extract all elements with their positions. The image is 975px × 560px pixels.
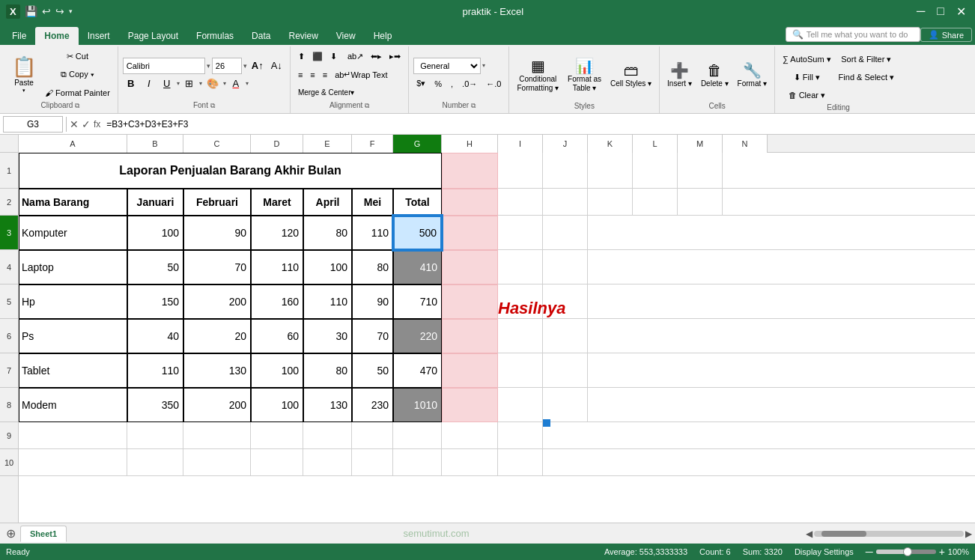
cancel-formula-icon[interactable]: ✕ xyxy=(70,118,79,130)
h-scrollbar-track[interactable] xyxy=(814,531,964,537)
align-center-button[interactable]: ≡ xyxy=(307,67,318,83)
share-button[interactable]: 👤 Share xyxy=(920,28,972,42)
cell-D10[interactable] xyxy=(251,449,303,476)
cell-I7[interactable] xyxy=(498,353,543,388)
cell-D8[interactable]: 100 xyxy=(251,388,303,422)
cell-E3[interactable]: 80 xyxy=(303,216,352,250)
cell-E10[interactable] xyxy=(303,449,352,476)
cell-J6[interactable] xyxy=(543,319,588,353)
cell-J3[interactable] xyxy=(543,216,588,250)
cell-I1[interactable] xyxy=(498,153,543,189)
tab-view[interactable]: View xyxy=(327,27,365,45)
cell-H2[interactable] xyxy=(442,189,498,216)
col-header-I[interactable]: I xyxy=(498,135,543,153)
cell-D6[interactable]: 60 xyxy=(251,319,303,353)
row-num-6[interactable]: 6 xyxy=(0,319,18,353)
cell-J5[interactable] xyxy=(543,284,588,319)
cell-F6[interactable]: 70 xyxy=(352,319,393,353)
cell-H3[interactable] xyxy=(442,216,498,250)
conditional-formatting-button[interactable]: ▦ Conditional Formatting ▾ xyxy=(514,55,562,94)
cell-J1[interactable] xyxy=(543,153,588,189)
cell-C8[interactable]: 200 xyxy=(183,388,251,422)
cell-A10[interactable] xyxy=(19,449,127,476)
tab-formulas[interactable]: Formulas xyxy=(187,27,243,45)
add-sheet-button[interactable]: ⊕ xyxy=(3,526,19,541)
cell-B3[interactable]: 100 xyxy=(127,216,183,250)
row-num-9[interactable]: 9 xyxy=(0,422,18,449)
format-painter-button[interactable]: 🖌 Format Painter xyxy=(42,85,113,101)
tab-review[interactable]: Review xyxy=(279,27,326,45)
cell-F9[interactable] xyxy=(352,422,393,449)
cell-L1[interactable] xyxy=(633,153,678,189)
underline-button[interactable]: U xyxy=(159,76,175,92)
col-header-A[interactable]: A xyxy=(19,135,127,153)
comma-button[interactable]: , xyxy=(448,76,456,92)
format-button[interactable]: 🔧 Format ▾ xyxy=(735,55,770,94)
font-size-input[interactable] xyxy=(212,58,242,74)
percent-button[interactable]: % xyxy=(431,76,445,92)
cell-G9[interactable] xyxy=(393,422,442,449)
zoom-in-button[interactable]: + xyxy=(939,546,945,558)
close-icon[interactable]: ✕ xyxy=(953,4,969,19)
col-header-M[interactable]: M xyxy=(678,135,723,153)
confirm-formula-icon[interactable]: ✓ xyxy=(82,118,91,130)
cell-styles-button[interactable]: 🗃 Cell Styles ▾ xyxy=(607,55,654,94)
col-header-N[interactable]: N xyxy=(723,135,768,153)
cell-I2[interactable] xyxy=(498,189,543,216)
fill-color-button[interactable]: 🎨 xyxy=(204,76,222,92)
cell-G4[interactable]: 410 xyxy=(393,250,442,284)
wrap-text-button[interactable]: ab↵ Wrap Text xyxy=(332,67,390,83)
cell-M1[interactable] xyxy=(678,153,723,189)
col-header-E[interactable]: E xyxy=(303,135,352,153)
cell-F2[interactable]: Mei xyxy=(352,189,393,216)
cell-B7[interactable]: 110 xyxy=(127,353,183,388)
align-left-button[interactable]: ≡ xyxy=(295,67,306,83)
tab-insert[interactable]: Insert xyxy=(79,27,119,45)
cell-C3[interactable]: 90 xyxy=(183,216,251,250)
cell-J2[interactable] xyxy=(543,189,588,216)
cell-A1[interactable]: Laporan Penjualan Barang Akhir Bulan xyxy=(19,153,442,189)
tab-home[interactable]: Home xyxy=(35,27,78,45)
redo-icon[interactable]: ↪ xyxy=(55,5,64,17)
cell-F7[interactable]: 50 xyxy=(352,353,393,388)
col-header-K[interactable]: K xyxy=(588,135,633,153)
cell-K1[interactable] xyxy=(588,153,633,189)
cell-I8[interactable] xyxy=(498,388,543,422)
autosum-button[interactable]: ∑ AutoSum ▾ xyxy=(780,51,834,67)
cell-H4[interactable] xyxy=(442,250,498,284)
cell-E4[interactable]: 100 xyxy=(303,250,352,284)
save-icon[interactable]: 💾 xyxy=(25,5,37,17)
sort-filter-button[interactable]: Sort & Filter ▾ xyxy=(836,51,897,67)
insert-function-icon[interactable]: fx xyxy=(94,119,100,130)
clear-button[interactable]: 🗑 Clear ▾ xyxy=(780,87,834,103)
minimize-icon[interactable]: ─ xyxy=(914,4,928,18)
find-select-button[interactable]: Find & Select ▾ xyxy=(836,69,897,85)
col-header-D[interactable]: D xyxy=(251,135,303,153)
cell-E6[interactable]: 30 xyxy=(303,319,352,353)
cell-H5[interactable] xyxy=(442,284,498,319)
cell-I4[interactable] xyxy=(498,250,543,284)
cell-A2[interactable]: Nama Barang xyxy=(19,189,127,216)
cell-G8[interactable]: 1010 xyxy=(393,388,442,422)
row-num-5[interactable]: 5 xyxy=(0,284,18,319)
decrease-decimal-button[interactable]: ←.0 xyxy=(483,76,504,92)
col-header-F[interactable]: F xyxy=(352,135,393,153)
display-settings-button[interactable]: Display Settings xyxy=(795,547,854,556)
cell-I5[interactable] xyxy=(498,284,543,319)
cell-H9[interactable] xyxy=(442,422,498,449)
maximize-icon[interactable]: □ xyxy=(934,4,947,18)
tab-file[interactable]: File xyxy=(3,27,35,45)
cell-B6[interactable]: 40 xyxy=(127,319,183,353)
row-num-1[interactable]: 1 xyxy=(0,153,18,189)
row-num-8[interactable]: 8 xyxy=(0,388,18,422)
cell-D2[interactable]: Maret xyxy=(251,189,303,216)
cell-G2[interactable]: Total xyxy=(393,189,442,216)
cell-H6[interactable] xyxy=(442,319,498,353)
cell-I3[interactable] xyxy=(498,216,543,250)
cell-K2[interactable] xyxy=(588,189,633,216)
row-num-2[interactable]: 2 xyxy=(0,189,18,216)
col-header-C[interactable]: C xyxy=(183,135,251,153)
row-num-10[interactable]: 10 xyxy=(0,449,18,476)
italic-button[interactable]: I xyxy=(141,76,157,92)
cell-G6[interactable]: 220 xyxy=(393,319,442,353)
